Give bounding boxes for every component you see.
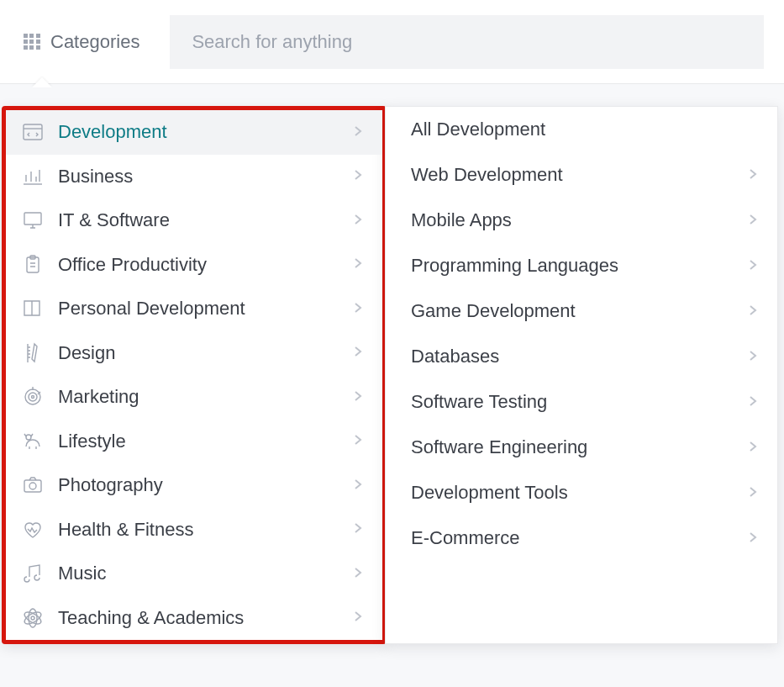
chevron-right-icon <box>747 166 759 184</box>
subcategory-label: Development Tools <box>411 482 747 504</box>
search-container <box>170 15 764 69</box>
chevron-right-icon <box>352 344 364 362</box>
music-icon <box>21 562 58 585</box>
chevron-right-icon <box>747 439 759 457</box>
ruler-icon <box>21 341 58 365</box>
categories-label: Categories <box>50 31 139 53</box>
category-item[interactable]: Business <box>6 155 382 199</box>
target-icon <box>21 385 58 409</box>
category-item[interactable]: Personal Development <box>6 287 382 331</box>
bar-chart-icon <box>21 165 58 188</box>
chevron-right-icon <box>352 432 364 450</box>
chevron-right-icon <box>747 257 759 275</box>
dog-icon <box>21 430 58 453</box>
chevron-right-icon <box>747 484 759 502</box>
category-label: IT & Software <box>58 209 352 231</box>
subcategory-item[interactable]: Software Engineering <box>386 425 777 470</box>
categories-button[interactable]: Categories <box>0 0 163 83</box>
chevron-right-icon <box>747 212 759 230</box>
category-label: Marketing <box>58 386 352 408</box>
chevron-right-icon <box>352 124 364 141</box>
category-item[interactable]: Music <box>6 552 382 596</box>
subcategory-item[interactable]: E-Commerce <box>386 515 777 561</box>
subcategory-label: Game Development <box>411 300 747 322</box>
search-input[interactable] <box>192 31 742 53</box>
chevron-right-icon <box>747 394 759 411</box>
category-label: Development <box>58 121 352 143</box>
subcategory-label: E-Commerce <box>411 527 747 549</box>
code-icon <box>21 120 58 144</box>
category-label: Photography <box>58 474 352 496</box>
subcategory-item[interactable]: Web Development <box>386 152 777 198</box>
subcategory-label: Web Development <box>411 164 747 186</box>
category-item[interactable]: Marketing <box>6 375 382 420</box>
dropdown-panels: DevelopmentBusinessIT & SoftwareOffice P… <box>2 106 778 644</box>
subcategory-item[interactable]: Programming Languages <box>386 243 777 288</box>
chevron-right-icon <box>352 477 364 494</box>
subcategory-item[interactable]: Development Tools <box>386 470 777 515</box>
category-label: Lifestyle <box>58 431 352 452</box>
chevron-right-icon <box>352 521 364 538</box>
subcategories-panel: All DevelopmentWeb DevelopmentMobile App… <box>385 106 778 644</box>
subcategory-item[interactable]: Mobile Apps <box>386 198 777 243</box>
category-item[interactable]: Photography <box>6 463 382 508</box>
chevron-right-icon <box>747 303 759 320</box>
category-item[interactable]: Development <box>6 110 382 155</box>
chevron-right-icon <box>352 300 364 318</box>
subcategory-label: All Development <box>411 119 759 140</box>
category-label: Music <box>58 563 352 584</box>
category-item[interactable]: Office Productivity <box>6 243 382 288</box>
clipboard-icon <box>21 253 58 277</box>
category-label: Personal Development <box>58 298 352 320</box>
category-item[interactable]: Teaching & Academics <box>6 596 382 641</box>
category-label: Design <box>58 342 352 364</box>
chevron-right-icon <box>352 167 364 185</box>
subcategory-label: Software Engineering <box>411 436 747 458</box>
atom-icon <box>21 606 58 630</box>
category-item[interactable]: Lifestyle <box>6 420 382 464</box>
topbar: Categories <box>0 0 784 84</box>
subcategory-item[interactable]: Databases <box>386 334 777 379</box>
chevron-right-icon <box>352 212 364 230</box>
category-label: Health & Fitness <box>58 519 352 541</box>
chevron-right-icon <box>747 530 759 547</box>
category-label: Business <box>58 166 352 188</box>
subcategory-item[interactable]: Software Testing <box>386 379 777 425</box>
category-item[interactable]: Health & Fitness <box>6 508 382 552</box>
subcategory-label: Software Testing <box>411 391 747 413</box>
category-item[interactable]: Design <box>6 331 382 376</box>
camera-icon <box>21 473 58 497</box>
chevron-right-icon <box>747 348 759 366</box>
subcategory-item[interactable]: All Development <box>386 107 777 152</box>
heart-icon <box>21 518 58 542</box>
chevron-right-icon <box>352 256 364 273</box>
monitor-icon <box>21 209 58 232</box>
category-item[interactable]: IT & Software <box>6 198 382 243</box>
chevron-right-icon <box>352 388 364 406</box>
dropdown-caret <box>32 77 52 87</box>
subcategory-item[interactable]: Game Development <box>386 288 777 334</box>
categories-panel: DevelopmentBusinessIT & SoftwareOffice P… <box>2 106 387 644</box>
category-label: Teaching & Academics <box>58 607 352 629</box>
subcategory-label: Mobile Apps <box>411 209 747 231</box>
subcategory-label: Databases <box>411 346 747 367</box>
book-icon <box>21 297 58 320</box>
chevron-right-icon <box>352 609 364 626</box>
chevron-right-icon <box>352 565 364 583</box>
subcategory-label: Programming Languages <box>411 255 747 277</box>
grid-icon <box>24 34 40 50</box>
category-label: Office Productivity <box>58 254 352 276</box>
